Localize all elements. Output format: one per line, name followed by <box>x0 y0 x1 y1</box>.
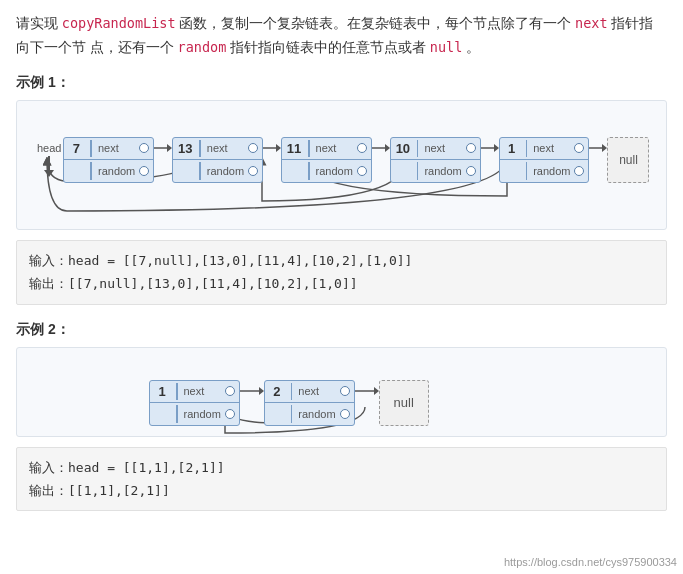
head-label: head <box>37 142 61 154</box>
arrow-7-13 <box>154 137 172 183</box>
example2-input-line: 输入：head = [[1,1],[2,1]] <box>29 456 654 479</box>
ex2-arrow-2-null <box>355 380 379 426</box>
example2-diagram: 1 next random 2 next <box>16 347 667 437</box>
example1-input-line: 输入：head = [[7,null],[13,0],[11,4],[10,2]… <box>29 249 654 272</box>
node-11: 11 next random <box>281 137 372 183</box>
example2-title: 示例 2： <box>16 321 667 339</box>
arrow-1-null <box>589 137 607 183</box>
svg-marker-14 <box>374 387 379 395</box>
code-copyRandomList: copyRandomList <box>62 15 176 31</box>
random-circle-10 <box>466 166 476 176</box>
node-1: 1 next random <box>499 137 590 183</box>
null-box-1: null <box>607 137 649 183</box>
arrow-13-11 <box>263 137 281 183</box>
node-10: 10 next random <box>390 137 481 183</box>
example2-input-label: 输入： <box>29 460 68 475</box>
next-circle-1 <box>574 143 584 153</box>
ex2-node-1: 1 next random <box>149 380 240 426</box>
ex2-random-circle-2 <box>340 409 350 419</box>
ex2-null-box: null <box>379 380 429 426</box>
arrow-10-1 <box>481 137 499 183</box>
example1-output-value: [[7,null],[13,0],[11,4],[10,2],[1,0]] <box>68 276 358 291</box>
description-text: 请实现 copyRandomList 函数，复制一个复杂链表。在复杂链表中，每个… <box>16 12 667 60</box>
example1-input-value: head = [[7,null],[13,0],[11,4],[10,2],[1… <box>68 253 412 268</box>
svg-marker-7 <box>494 144 499 152</box>
example1-output-line: 输出：[[7,null],[13,0],[11,4],[10,2],[1,0]] <box>29 272 654 295</box>
example1-input-label: 输入： <box>29 253 68 268</box>
example2-output-line: 输出：[[1,1],[2,1]] <box>29 479 654 502</box>
example1-output-label: 输出： <box>29 276 68 291</box>
next-circle-7 <box>139 143 149 153</box>
next-circle-11 <box>357 143 367 153</box>
random-circle-1 <box>574 166 584 176</box>
random-circle-13 <box>248 166 258 176</box>
random-circle-7 <box>139 166 149 176</box>
code-random: random <box>178 39 227 55</box>
next-circle-13 <box>248 143 258 153</box>
ex2-arrow-1-2 <box>240 380 264 426</box>
ex2-next-circle-2 <box>340 386 350 396</box>
example1-section: 示例 1： head 7 next rando <box>16 74 667 305</box>
example2-output-value: [[1,1],[2,1]] <box>68 483 170 498</box>
node-13: 13 next random <box>172 137 263 183</box>
ex2-next-circle-1 <box>225 386 235 396</box>
example1-title: 示例 1： <box>16 74 667 92</box>
example2-input-value: head = [[1,1],[2,1]] <box>68 460 225 475</box>
random-circle-11 <box>357 166 367 176</box>
example2-code-block: 输入：head = [[1,1],[2,1]] 输出：[[1,1],[2,1]] <box>16 447 667 512</box>
ex2-node-2: 2 next random <box>264 380 355 426</box>
example2-section: 示例 2： 1 next random <box>16 321 667 512</box>
example1-diagram: head 7 next random <box>16 100 667 230</box>
node-7: 7 next random <box>63 137 154 183</box>
code-next: next <box>575 15 608 31</box>
example2-output-label: 输出： <box>29 483 68 498</box>
next-circle-10 <box>466 143 476 153</box>
code-null: null <box>430 39 463 55</box>
example1-code-block: 输入：head = [[7,null],[13,0],[11,4],[10,2]… <box>16 240 667 305</box>
arrow-11-10 <box>372 137 390 183</box>
ex2-random-circle-1 <box>225 409 235 419</box>
